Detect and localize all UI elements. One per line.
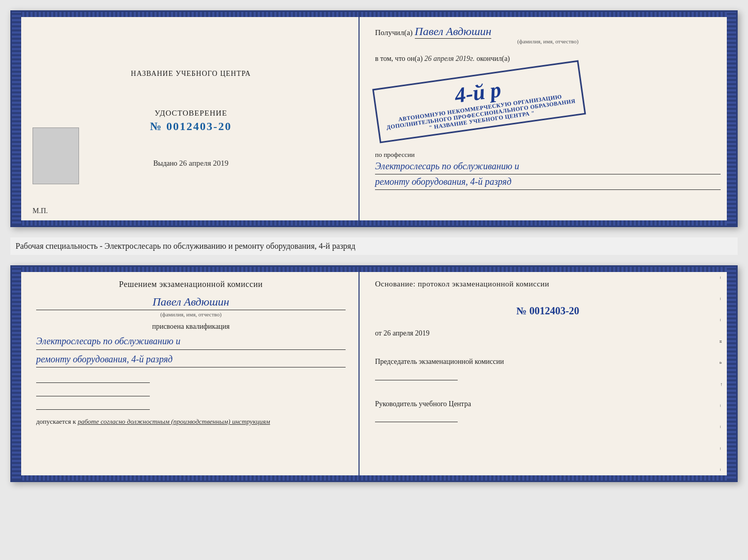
from-date: от 26 апреля 2019 [375,329,721,338]
in-that-date: 26 апреля 2019г. [425,55,475,62]
profession-label: по профессии [375,151,721,159]
director-section: Руководитель учебного Центра [375,399,721,430]
annot-6: ← [719,382,724,387]
bottom-person-name-block: Павел Авдюшин (фамилия, имя, отчество) [36,295,346,317]
received-block: Получил(а) Павел Авдюшин (фамилия, имя, … [375,25,721,44]
chairman-sig-line [375,370,458,380]
allowed-text-block: допускается к работе согласно должностны… [36,418,346,426]
chairman-section: Председатель экзаменационной комиссии [375,357,721,388]
mp-label: М.П. [33,207,48,215]
bottom-booklet-left: Решением экзаменационной комиссии Павел … [12,267,360,481]
stamp-overlay: 4-й р АВТОНОМНУЮ НЕКОММЕРЧЕСКУЮ ОРГАНИЗА… [372,60,586,143]
cert-label: УДОСТОВЕРЕНИЕ [150,109,232,118]
profession-line2: ремонту оборудования, 4-й разряд [375,174,721,190]
in-that-block: в том, что он(а) 26 апреля 2019г. окончи… [375,55,721,63]
top-booklet: НАЗВАНИЕ УЧЕБНОГО ЦЕНТРА УДОСТОВЕРЕНИЕ №… [10,10,738,227]
annot-8: – [719,426,724,428]
annot-10: – [719,469,724,471]
right-annotations: – – – и а ← – – – – [718,267,725,481]
left-inner: НАЗВАНИЕ УЧЕБНОГО ЦЕНТРА УДОСТОВЕРЕНИЕ №… [25,27,346,210]
basis-title: Основание: протокол экзаменационной коми… [375,280,721,289]
profession-block: по профессии Электрослесарь по обслужива… [375,146,721,190]
assigned-text: присвоена квалификация [36,323,346,331]
annot-3: – [719,319,724,322]
bottom-left-inner: Решением экзаменационной комиссии Павел … [25,280,346,426]
top-booklet-left-page: НАЗВАНИЕ УЧЕБНОГО ЦЕНТРА УДОСТОВЕРЕНИЕ №… [12,12,360,226]
spine-right-decoration [727,12,736,226]
director-sig-line [375,412,458,422]
annot-4: и [719,340,724,343]
protocol-number: № 0012403-20 [375,305,721,317]
received-prefix: Получил(а) [375,28,413,37]
bottom-booklet-right: Основание: протокол экзаменационной коми… [360,267,736,481]
annot-5: а [719,362,724,364]
chairman-label: Председатель экзаменационной комиссии [375,357,721,367]
document-container: НАЗВАНИЕ УЧЕБНОГО ЦЕНТРА УДОСТОВЕРЕНИЕ №… [10,10,738,482]
training-center-title: НАЗВАНИЕ УЧЕБНОГО ЦЕНТРА [131,70,251,78]
top-booklet-right-page: Получил(а) Павел Авдюшин (фамилия, имя, … [360,12,736,226]
cert-number: № 0012403-20 [150,120,232,133]
commission-title: Решением экзаменационной комиссии [36,280,346,289]
bottom-booklet: Решением экзаменационной комиссии Павел … [10,265,738,482]
profession-line1: Электрослесарь по обслуживанию и [375,159,721,174]
bottom-spine-right [727,267,736,481]
bottom-name-subtitle: (фамилия, имя, отчество) [36,311,346,317]
sig-line-2 [36,386,150,396]
annot-9: – [719,447,724,450]
signature-lines [36,373,346,410]
stamp-block: 4-й р АВТОНОМНУЮ НЕКОММЕРЧЕСКУЮ ОРГАНИЗА… [375,72,721,132]
annot-1: – [719,276,724,279]
qualification-line2: ремонту оборудования, 4-й разряд [36,351,346,368]
sig-line-1 [36,373,150,383]
annot-2: – [719,298,724,300]
bottom-person-name: Павел Авдюшин [36,295,346,310]
director-label: Руководитель учебного Центра [375,399,721,409]
allowed-handwritten: работе согласно должностным (производств… [77,418,270,425]
separator-text: Рабочая специальность - Электрослесарь п… [10,237,738,255]
photo-placeholder [33,127,79,184]
certificate-number-block: УДОСТОВЕРЕНИЕ № 0012403-20 [150,109,232,133]
received-name: Павел Авдюшин [415,25,491,39]
annot-7: – [719,405,724,407]
name-subtitle: (фамилия, имя, отчество) [375,38,721,44]
sig-line-3 [36,399,150,410]
issued-line: Выдано 26 апреля 2019 [153,159,229,168]
qualification-line1: Электрослесарь по обслуживанию и [36,333,346,350]
